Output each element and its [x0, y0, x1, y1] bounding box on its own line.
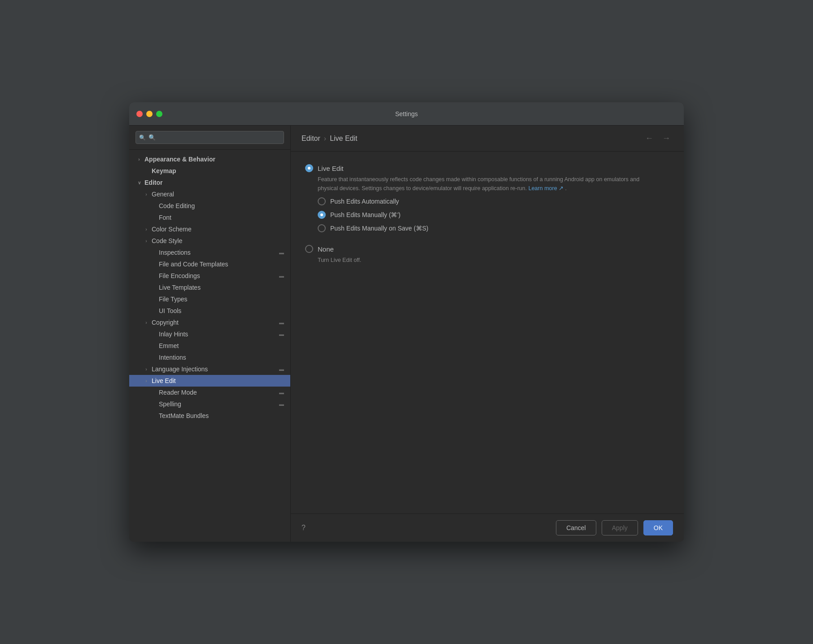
minus-icon: ▬	[279, 320, 284, 325]
live-edit-option-group: Live Edit Feature that instantaneously r…	[305, 164, 669, 232]
sidebar-item-keymap[interactable]: Keymap	[129, 165, 290, 177]
sidebar-item-live-templates[interactable]: Live Templates	[129, 282, 290, 293]
panel-header: Editor › Live Edit ← →	[291, 126, 684, 152]
sidebar: 🔍 › Appearance & Behavior Keymap ∨	[129, 126, 291, 542]
sidebar-item-reader-mode[interactable]: Reader Mode ▬	[129, 387, 290, 398]
chevron-right-icon: ›	[143, 377, 150, 384]
close-button[interactable]	[136, 111, 143, 117]
nav-buttons: ← →	[643, 133, 673, 144]
cancel-button[interactable]: Cancel	[556, 520, 596, 535]
main-content: 🔍 › Appearance & Behavior Keymap ∨	[129, 126, 684, 542]
settings-window: Settings 🔍 › Appearance & Behavior K	[129, 102, 684, 542]
sidebar-item-editor[interactable]: ∨ Editor	[129, 177, 290, 188]
live-edit-description: Feature that instantaneously reflects co…	[318, 175, 641, 193]
search-icon: 🔍	[139, 135, 146, 141]
none-radio[interactable]	[305, 245, 313, 253]
chevron-down-icon: ∨	[136, 179, 143, 186]
chevron-right-icon: ›	[143, 237, 150, 244]
minus-icon: ▬	[279, 401, 284, 407]
live-edit-label: Live Edit	[318, 165, 344, 172]
sidebar-item-file-encodings[interactable]: File Encodings ▬	[129, 270, 290, 282]
push-save-label: Push Edits Manually on Save (⌘S)	[330, 225, 428, 232]
title-bar: Settings	[129, 102, 684, 126]
sidebar-item-live-edit[interactable]: › Live Edit	[129, 375, 290, 387]
minus-icon: ▬	[279, 250, 284, 255]
search-container: 🔍	[129, 126, 290, 150]
sidebar-item-inspections[interactable]: Inspections ▬	[129, 247, 290, 258]
footer-buttons: Cancel Apply OK	[556, 520, 673, 535]
none-option-row: None	[305, 245, 669, 253]
sidebar-item-copyright[interactable]: › Copyright ▬	[129, 317, 290, 328]
apply-button[interactable]: Apply	[602, 520, 638, 535]
main-panel: Editor › Live Edit ← → Live Edit	[291, 126, 684, 542]
sidebar-tree: › Appearance & Behavior Keymap ∨ Editor …	[129, 150, 290, 542]
breadcrumb-parent: Editor	[302, 135, 320, 143]
minus-icon: ▬	[279, 390, 284, 395]
window-title: Settings	[395, 110, 418, 117]
learn-more-link[interactable]: Learn more ↗	[529, 185, 564, 191]
nav-forward-button[interactable]: →	[660, 133, 673, 144]
push-save-row: Push Edits Manually on Save (⌘S)	[318, 224, 669, 232]
sidebar-item-file-types[interactable]: File Types	[129, 293, 290, 305]
push-manually-label: Push Edits Manually (⌘')	[330, 211, 401, 218]
sidebar-item-code-style[interactable]: › Code Style	[129, 235, 290, 247]
panel-body: Live Edit Feature that instantaneously r…	[291, 152, 684, 513]
sidebar-item-inlay-hints[interactable]: Inlay Hints ▬	[129, 328, 290, 340]
chevron-right-icon: ›	[143, 366, 150, 373]
search-wrapper: 🔍	[136, 131, 284, 144]
push-manually-radio[interactable]	[318, 211, 326, 219]
sidebar-item-code-editing[interactable]: Code Editing	[129, 200, 290, 212]
push-auto-radio[interactable]	[318, 197, 326, 205]
sidebar-item-intentions[interactable]: Intentions	[129, 352, 290, 363]
minus-icon: ▬	[279, 366, 284, 372]
chevron-right-icon: ›	[143, 191, 150, 198]
sidebar-item-language-injections[interactable]: › Language Injections ▬	[129, 363, 290, 375]
sidebar-item-general[interactable]: › General	[129, 188, 290, 200]
live-edit-radio[interactable]	[305, 164, 313, 172]
none-label: None	[318, 245, 334, 253]
sidebar-item-textmate-bundles[interactable]: TextMate Bundles	[129, 410, 290, 422]
chevron-right-icon: ›	[136, 156, 143, 163]
push-auto-label: Push Edits Automatically	[330, 198, 399, 205]
sidebar-item-font[interactable]: Font	[129, 212, 290, 223]
breadcrumb-current: Live Edit	[330, 135, 357, 143]
breadcrumb-separator: ›	[324, 135, 326, 143]
nav-back-button[interactable]: ←	[643, 133, 656, 144]
help-button[interactable]: ?	[302, 524, 306, 532]
push-save-radio[interactable]	[318, 224, 326, 232]
sidebar-item-emmet[interactable]: Emmet	[129, 340, 290, 352]
live-edit-option-row: Live Edit	[305, 164, 669, 172]
sub-options: Push Edits Automatically Push Edits Manu…	[318, 197, 669, 232]
sidebar-item-appearance[interactable]: › Appearance & Behavior	[129, 153, 290, 165]
search-input[interactable]	[136, 131, 284, 144]
push-manually-row: Push Edits Manually (⌘')	[318, 211, 669, 219]
chevron-right-icon: ›	[143, 226, 150, 233]
none-option-group: None Turn Live Edit off.	[305, 245, 669, 265]
traffic-lights	[136, 111, 162, 117]
sidebar-item-file-code-templates[interactable]: File and Code Templates	[129, 258, 290, 270]
none-description: Turn Live Edit off.	[318, 256, 641, 265]
sidebar-item-color-scheme[interactable]: › Color Scheme	[129, 223, 290, 235]
minus-icon: ▬	[279, 331, 284, 337]
breadcrumb: Editor › Live Edit	[302, 135, 358, 143]
ok-button[interactable]: OK	[643, 520, 673, 535]
maximize-button[interactable]	[156, 111, 162, 117]
push-auto-row: Push Edits Automatically	[318, 197, 669, 205]
sidebar-item-spelling[interactable]: Spelling ▬	[129, 398, 290, 410]
chevron-right-icon: ›	[143, 319, 150, 326]
minimize-button[interactable]	[146, 111, 153, 117]
footer: ? Cancel Apply OK	[291, 513, 684, 542]
sidebar-item-ui-tools[interactable]: UI Tools	[129, 305, 290, 317]
minus-icon: ▬	[279, 273, 284, 278]
